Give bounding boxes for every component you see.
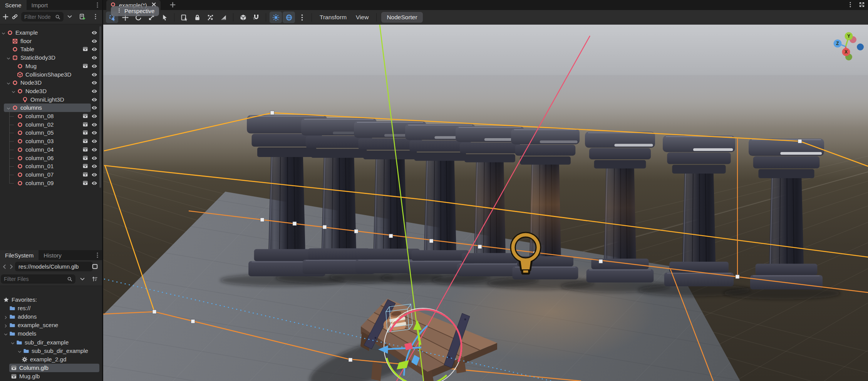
instanced-scene-icon[interactable] [82,147,88,154]
visibility-eye-icon[interactable] [91,138,97,146]
tree-item-column-01[interactable]: column_01 [0,162,102,170]
scene-dock-menu-icon[interactable] [94,2,101,10]
group-selected-node-button[interactable] [204,12,216,23]
nav-forward-icon[interactable] [8,264,14,271]
file-item-example-scene[interactable]: example_scene [0,321,102,329]
filter-files-chevron[interactable] [79,276,85,284]
visibility-eye-icon[interactable] [91,122,97,129]
menu-view[interactable]: View [351,14,373,21]
expand-viewport-icon[interactable] [859,2,865,9]
visibility-eye-icon[interactable] [91,180,97,188]
instanced-scene-icon[interactable] [82,130,88,137]
scene-tree[interactable]: ExamplefloorTableStaticBody3DMugCollisio… [0,24,102,250]
preview-environment-button[interactable] [283,12,295,23]
visibility-eye-icon[interactable] [91,97,97,104]
instanced-scene-icon[interactable] [82,113,88,120]
collapse-arrow-icon[interactable] [3,314,8,321]
tree-item-staticbody3d[interactable]: StaticBody3D [0,54,102,62]
ruler-mode-button[interactable] [217,12,230,23]
visibility-eye-icon[interactable] [91,30,97,37]
collapse-arrow-icon[interactable] [6,80,11,87]
filesystem-dock-tab-filesystem[interactable]: FileSystem [0,250,39,260]
visibility-eye-icon[interactable] [91,155,97,163]
tree-item-floor[interactable]: floor [0,37,102,45]
scene-dock-tab-import[interactable]: Import [27,0,53,10]
perspective-menu[interactable]: Perspective [111,6,159,16]
instanced-scene-icon[interactable] [82,63,88,70]
file-item-example-2-gd[interactable]: example_2.gd [0,356,102,363]
instanced-scene-icon[interactable] [82,172,88,179]
visibility-eye-icon[interactable] [91,147,97,154]
file-item-mug-glb[interactable]: Mug.glb [0,373,102,380]
visibility-eye-icon[interactable] [91,172,97,179]
filesystem-tree[interactable]: Favorites:res://addonsexample_scenemodel… [0,286,102,381]
visibility-eye-icon[interactable] [91,105,97,112]
tree-item-column-06[interactable]: column_06 [0,154,102,162]
filter-files-input[interactable]: Filter Files [1,274,75,284]
file-item-models[interactable]: models [0,330,102,338]
tree-item-node3d[interactable]: Node3D [0,79,102,87]
scene-tabbar-menu-icon[interactable] [847,2,853,9]
tree-item-column-02[interactable]: column_02 [0,121,102,129]
tree-item-column-03[interactable]: column_03 [0,137,102,145]
add-scene-tab-button[interactable] [169,2,176,10]
tree-item-table[interactable]: Table [0,45,102,53]
use-local-space-button[interactable] [237,12,249,23]
file-item-sub-dir-example[interactable]: sub_dir_example [0,339,102,346]
file-item-addons[interactable]: addons [0,313,102,321]
instanced-scene-icon[interactable] [82,180,88,187]
collapse-arrow-icon[interactable] [11,89,16,96]
box-select-button[interactable] [178,12,190,23]
tree-item-example[interactable]: Example [0,29,102,37]
visibility-eye-icon[interactable] [91,63,97,71]
sort-files-icon[interactable] [92,276,98,284]
filter-options-chevron[interactable] [67,13,73,21]
file-item-favorites-[interactable]: Favorites: [0,296,102,304]
collapse-arrow-icon[interactable] [10,340,15,347]
preview-sunlight-button[interactable] [270,12,282,23]
visibility-eye-icon[interactable] [91,163,97,171]
filesystem-dock-tab-history[interactable]: History [39,250,67,260]
tree-item-collisionshape3d[interactable]: CollisionShape3D [0,71,102,79]
scene-tree-scrollbar[interactable] [99,26,101,188]
filesystem-dock-menu-icon[interactable] [94,252,101,260]
tree-item-column-05[interactable]: column_05 [0,129,102,137]
collapse-arrow-icon[interactable] [3,331,8,338]
viewport-3d[interactable]: YZX [103,25,868,381]
file-item-sub-sub-dir-example[interactable]: sub_sub_dir_example [0,347,102,355]
filter-node-input[interactable]: Filter Node [21,12,64,22]
visibility-eye-icon[interactable] [91,55,97,62]
tree-item-omnilight3d[interactable]: OmniLight3D [0,96,102,104]
visibility-eye-icon[interactable] [91,80,97,87]
tree-item-column-07[interactable]: column_07 [0,171,102,179]
attach-script-button[interactable] [79,13,85,22]
nav-back-icon[interactable] [2,264,8,271]
file-item-res-[interactable]: res:// [0,304,102,312]
instanced-scene-icon[interactable] [82,163,88,170]
visibility-eye-icon[interactable] [91,130,97,137]
collapse-arrow-icon[interactable] [6,105,11,112]
use-snap-button[interactable] [250,12,262,23]
visibility-eye-icon[interactable] [91,88,97,96]
tree-item-column-04[interactable]: column_04 [0,146,102,154]
file-item-column-glb[interactable]: Column.glb [0,364,102,372]
collapse-arrow-icon[interactable] [3,323,8,330]
visibility-eye-icon[interactable] [91,72,97,79]
tree-item-columns[interactable]: columns [0,104,102,112]
collapse-arrow-icon[interactable] [1,30,6,37]
visibility-eye-icon[interactable] [91,38,97,46]
visibility-eye-icon[interactable] [91,46,97,54]
visibility-eye-icon[interactable] [91,113,97,121]
instanced-scene-icon[interactable] [82,46,88,53]
scene-dock-tab-scene[interactable]: Scene [0,0,27,10]
collapse-arrow-icon[interactable] [6,55,11,62]
instance-scene-button[interactable] [12,13,18,22]
collapse-arrow-icon[interactable] [17,349,22,356]
instanced-scene-icon[interactable] [82,138,88,145]
split-dock-icon[interactable] [92,263,98,271]
lock-selected-node-button[interactable] [191,12,203,23]
add-node-button[interactable] [2,13,9,22]
instanced-scene-icon[interactable] [82,155,88,162]
path-field[interactable]: res://models/Column.glb [15,262,93,271]
tree-item-column-08[interactable]: column_08 [0,112,102,120]
